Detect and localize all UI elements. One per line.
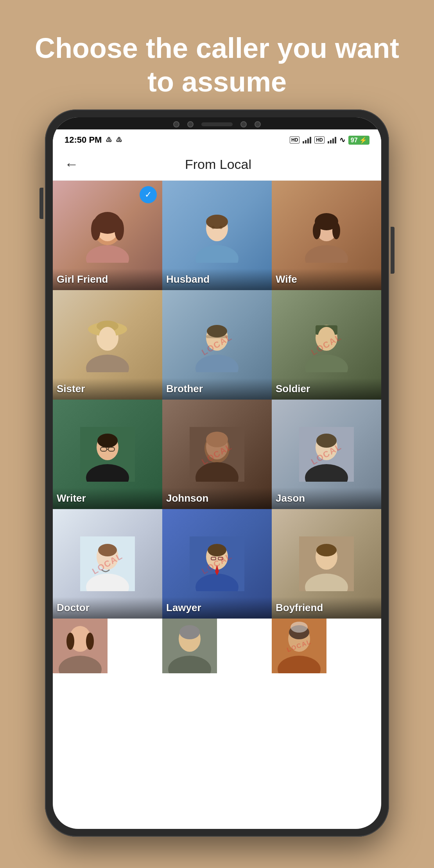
svg-point-15 [332,222,340,239]
svg-point-1 [86,245,129,263]
row5-1-photo [53,619,108,673]
soldier-label: Soldier [272,378,381,400]
status-left: 12:50 PM ♳ ♳ [65,135,122,145]
boyfriend-label: Boyfriend [272,597,381,619]
svg-point-25 [305,355,348,372]
camera-dot-2 [187,121,194,127]
svg-point-4 [91,219,100,240]
caller-grid: ✓ Girl Friend Husband [53,181,381,619]
svg-point-14 [313,222,321,239]
back-button[interactable]: ← [65,156,79,172]
svg-point-63 [66,633,74,650]
svg-point-9 [212,226,215,229]
status-right: HD HD ∿ 97 ⚡ [290,136,369,145]
svg-point-40 [206,432,228,447]
camera-dot-3 [240,121,247,127]
speaker-slot [201,122,233,126]
svg-point-48 [98,544,117,556]
grid-item-soldier[interactable]: LOCAL Soldier [272,290,381,400]
grid-item-row5-2[interactable] [162,619,217,673]
screen-title: From Local [86,157,350,172]
svg-point-5 [115,219,124,240]
bar6 [330,140,332,143]
bar2 [305,140,307,143]
svg-point-28 [318,327,335,347]
grid-item-jason[interactable]: LOCAL Jason [272,400,381,509]
svg-point-8 [206,215,228,229]
svg-rect-24 [206,335,228,338]
doctor-label: Doctor [53,597,162,619]
grid-item-boyfriend[interactable]: Boyfriend [272,509,381,619]
grid-item-lawyer[interactable]: LOCAL Lawyer [162,509,272,619]
svg-point-16 [86,355,129,372]
bar4 [310,137,311,143]
grid-item-row5-1[interactable] [53,619,108,673]
row5-2-photo [162,619,217,673]
grid-item-sister[interactable]: Sister [53,290,162,400]
svg-point-10 [219,226,222,229]
app-header: ← From Local [53,148,381,181]
jason-label: Jason [272,488,381,509]
brother-label: Brother [162,378,272,400]
sister-label: Sister [53,378,162,400]
battery-icon: 97 ⚡ [348,136,369,145]
row5-partial: LOCAL [53,619,381,673]
bar8 [335,137,336,143]
grid-item-wife[interactable]: Wife [272,181,381,290]
phone-screen: 12:50 PM ♳ ♳ HD HD [53,117,381,829]
notch-area [53,117,381,129]
page-title: Choose the caller you want to assume [0,0,434,122]
row5-3-photo [272,619,326,673]
phone-container: 12:50 PM ♳ ♳ HD HD [45,109,389,837]
wife-label: Wife [272,269,381,290]
svg-point-32 [97,434,118,448]
grid-item-johnson[interactable]: LOCAL Johnson [162,400,272,509]
camera-dot-4 [255,121,261,127]
grid-item-row5-3[interactable]: LOCAL [272,619,326,673]
bar7 [332,138,334,143]
svg-point-11 [305,245,348,263]
husband-label: Husband [162,269,272,290]
selected-badge: ✓ [140,186,157,203]
grid-item-writer[interactable]: Writer [53,400,162,509]
svg-point-6 [195,245,239,263]
svg-point-64 [86,633,94,650]
grid-item-husband[interactable]: Husband [162,181,272,290]
status-bar: 12:50 PM ♳ ♳ HD HD [53,129,381,148]
girl-friend-label: Girl Friend [53,269,162,290]
svg-point-53 [208,544,226,556]
svg-point-20 [99,327,116,347]
grid-item-brother[interactable]: LOCAL Brother [162,290,272,400]
signal-bars-2 [328,137,336,143]
bar3 [307,138,309,143]
bar1 [303,141,304,143]
p-icon-1: ♳ [106,136,112,144]
camera-dot [173,121,179,127]
signal-bars-1 [303,137,311,143]
lawyer-label: Lawyer [162,597,272,619]
grid-item-doctor[interactable]: LOCAL Doctor [53,509,162,619]
svg-point-44 [316,434,337,448]
hd-badge-1: HD [290,136,299,143]
wifi-icon: ∿ [339,136,345,144]
svg-point-21 [195,355,239,372]
time-display: 12:50 PM [65,135,102,145]
p-icon-2: ♳ [116,136,122,144]
hd-badge-2: HD [314,136,324,143]
svg-point-68 [179,625,200,639]
johnson-label: Johnson [162,488,272,509]
bar5 [328,141,329,143]
phone-frame: 12:50 PM ♳ ♳ HD HD [45,109,389,837]
svg-point-73 [291,622,308,633]
writer-label: Writer [53,488,162,509]
svg-point-59 [316,544,337,556]
grid-item-girl-friend[interactable]: ✓ Girl Friend [53,181,162,290]
